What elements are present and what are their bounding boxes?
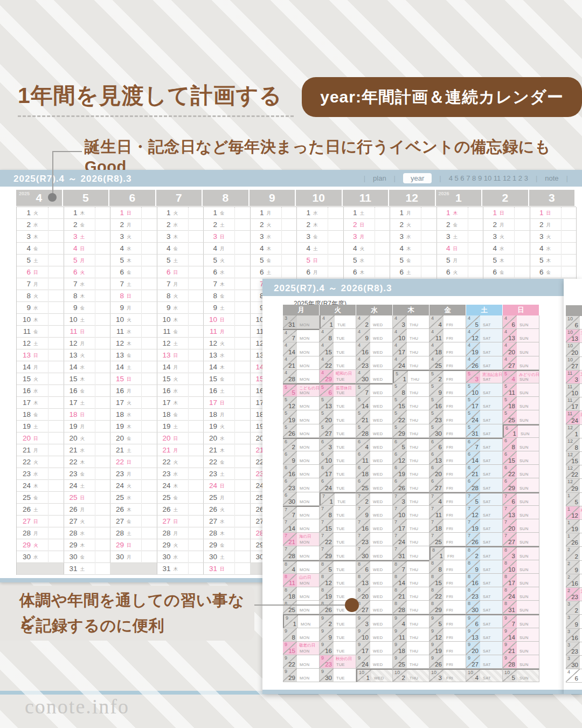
week-day-cell: 55こどもの日MON	[283, 383, 320, 397]
cell-month-number: 6	[468, 478, 470, 484]
cell-day-number: 3	[439, 675, 442, 681]
cell-month-number: 4	[285, 370, 287, 375]
week-day-cell: 59FRI	[429, 383, 466, 397]
day-number: 17	[66, 397, 78, 409]
day-number: 2	[345, 219, 357, 231]
date-fraction-box: 429	[320, 370, 334, 383]
week-day-cell: 714MON	[283, 519, 320, 533]
cell-day-number: 21	[288, 362, 295, 369]
weekday-kanji: 水	[33, 302, 38, 314]
day-cell: 12土	[157, 338, 204, 349]
strip-week-cell: 22	[566, 547, 582, 560]
day-number: 2	[205, 219, 217, 231]
week-day-cell: 928SUN	[503, 655, 539, 669]
cell-month-number: 4	[468, 356, 470, 362]
day-number: 24	[112, 480, 124, 492]
tab-month-numbers[interactable]: 4 5 6 7 8 9 10 11 12 1 2 3	[449, 174, 528, 182]
date-fraction-box: 101	[357, 670, 371, 682]
cell-month-number: 9	[321, 669, 324, 674]
weekday-abbr: FRI	[446, 662, 453, 667]
date-fraction-box: 922	[283, 655, 297, 668]
date-fraction-box: 611	[356, 451, 370, 464]
weekday-kanji: 月	[174, 444, 178, 456]
cell-day-number: 27	[508, 539, 515, 545]
day-cell: 18金	[157, 409, 204, 421]
cell-day-number: 15	[398, 403, 405, 409]
cell-day-number: 4	[365, 444, 369, 450]
cell-day-number: 17	[571, 403, 578, 410]
day-cell: 8木	[64, 290, 110, 302]
date-fraction-box: 64	[356, 439, 370, 451]
cell-month-number: 4	[504, 342, 507, 348]
cell-month-number: 4	[358, 315, 361, 321]
weekday-abbr: MON	[300, 649, 309, 654]
date-fraction-box: 72	[356, 493, 370, 505]
cell-day-number: 12	[435, 634, 442, 641]
weekday-abbr: THU	[410, 540, 418, 545]
weekday-abbr: WED	[373, 581, 383, 586]
weekday-kanji: 土	[127, 361, 131, 373]
week-day-cell: 724THU	[393, 533, 429, 546]
cell-day-number: 11	[435, 335, 442, 341]
date-fraction-box: 720	[503, 519, 517, 532]
day-cell: 17木	[17, 397, 64, 409]
day-cell: 5木	[110, 255, 157, 266]
cell-month-number: 1	[567, 506, 570, 512]
week-day-cell: 629SUN	[503, 478, 539, 492]
day-number: 7	[19, 278, 31, 290]
cell-month-number: 8	[431, 587, 434, 593]
day-number: 1	[66, 207, 78, 219]
date-fraction-box: 613	[429, 451, 444, 464]
weekday-abbr: SUN	[519, 622, 529, 627]
cell-month-number: 7	[394, 519, 397, 525]
cell-day-number: 22	[508, 471, 515, 477]
day-number: 28	[159, 527, 171, 539]
weekday-abbr: WED	[373, 608, 383, 613]
day-cell: 8火	[17, 290, 64, 302]
week-day-cell: 911THU	[393, 628, 429, 642]
cell-day-number: 19	[435, 648, 442, 654]
weekday-kanji: 月	[313, 266, 318, 278]
cell-day-number: 16	[288, 471, 295, 477]
cell-day-number: 11	[289, 580, 295, 586]
cell-day-number: 11	[435, 512, 442, 518]
date-fraction-box: 128	[566, 438, 580, 451]
cell-day-number: 14	[288, 349, 295, 355]
day-number: 14	[19, 361, 31, 373]
week-day-cell: 75SAT	[466, 492, 503, 506]
cell-day-number: 31	[508, 607, 515, 613]
weekday-abbr: FRI	[446, 390, 453, 395]
cell-month-number: 7	[321, 519, 324, 525]
week-day-cell: 828THU	[393, 601, 429, 614]
date-fraction-box: 423	[356, 356, 370, 369]
week-day-cell: 719SAT	[466, 519, 503, 533]
week-day-cell: 89SAT	[466, 560, 503, 574]
continuous-page-footer-bar	[262, 690, 564, 694]
weekday-abbr: SUN	[519, 540, 529, 545]
tab-year-selected[interactable]: year	[403, 173, 432, 183]
day-number: 11	[19, 326, 31, 338]
weekday-abbr: THU	[410, 676, 418, 681]
day-cell: 17土	[64, 397, 110, 409]
weekday-abbr: THU	[410, 622, 418, 627]
day-number: 24	[66, 480, 78, 492]
weekday-abbr: WED	[373, 499, 383, 504]
day-number: 21	[112, 444, 124, 456]
date-fraction-box: 87	[393, 561, 407, 573]
weekday-abbr: THU	[410, 350, 418, 355]
week-day-cell: 41TUE	[320, 315, 356, 329]
weekday-kanji: 金	[453, 219, 458, 231]
date-fraction-box: 524	[466, 410, 480, 423]
date-fraction-box: 62	[283, 439, 297, 451]
tab-plan[interactable]: plan	[373, 174, 386, 182]
weekday-abbr: WED	[373, 649, 383, 654]
day-cell: 13金	[110, 349, 157, 361]
weekday-kanji: 土	[220, 302, 225, 314]
cell-day-number: 9	[439, 389, 442, 396]
cell-month-number: 7	[468, 493, 470, 499]
strip-week-cell: 216	[566, 574, 582, 588]
day-cell: 5金	[250, 255, 297, 266]
weekday-kanji: 木	[127, 338, 131, 349]
date-fraction-box: 724	[393, 533, 407, 546]
tab-note[interactable]: note	[545, 174, 558, 182]
